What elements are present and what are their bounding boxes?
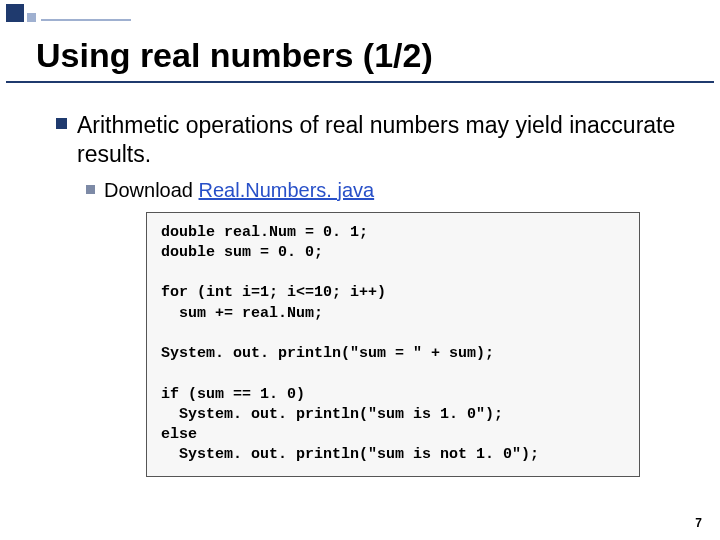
slide-title: Using real numbers (1/2) bbox=[36, 36, 684, 75]
deco-square-large bbox=[6, 4, 24, 22]
bullet-level2-text: Download Real.Numbers. java bbox=[104, 179, 374, 202]
slide-body: Arithmetic operations of real numbers ma… bbox=[0, 83, 720, 477]
bullet-level1: Arithmetic operations of real numbers ma… bbox=[56, 111, 700, 169]
deco-square-small bbox=[27, 13, 36, 22]
page-number: 7 bbox=[695, 516, 702, 530]
sub-bullet-prefix: Download bbox=[104, 179, 199, 201]
bullet-level2: Download Real.Numbers. java bbox=[86, 179, 700, 202]
code-listing: double real.Num = 0. 1; double sum = 0. … bbox=[146, 212, 640, 477]
bullet-level1-text: Arithmetic operations of real numbers ma… bbox=[77, 111, 700, 169]
slide-corner-decoration bbox=[6, 4, 131, 22]
deco-line bbox=[41, 19, 131, 21]
download-link[interactable]: Real.Numbers. java bbox=[199, 179, 375, 201]
bullet-square-icon bbox=[56, 118, 67, 129]
bullet-square-icon bbox=[86, 185, 95, 194]
